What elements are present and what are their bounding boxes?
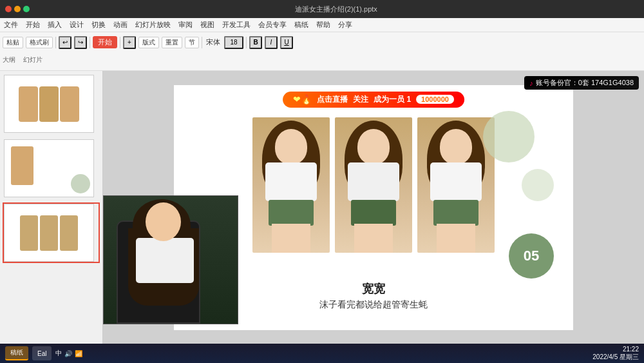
layout-btn[interactable]: 版式 [138, 37, 159, 48]
toolbar-row1: 粘贴 格式刷 ↩ ↪ 开始 + 版式 重置 节 宋体 18 B I U [3, 34, 641, 52]
slides-label: 幻灯片 [23, 55, 43, 64]
thumb7-fig3 [60, 215, 78, 251]
person-2-body [348, 162, 399, 201]
slide-figures [252, 117, 495, 253]
close-button[interactable] [5, 6, 12, 12]
person-1-shorts [269, 200, 314, 226]
menu-help[interactable]: 帮助 [316, 20, 330, 30]
menu-insert[interactable]: 插入 [48, 20, 62, 30]
view-label: 大纲 [3, 55, 15, 64]
webcam-head [146, 202, 181, 241]
menu-review[interactable]: 审阅 [178, 20, 193, 30]
paste-btn[interactable]: 粘贴 [3, 37, 23, 48]
undo-btn[interactable]: ↩ [59, 36, 71, 49]
slide-panel: 5 6 7 [0, 71, 103, 344]
italic-btn[interactable]: I [265, 36, 278, 49]
window-title: 迪派女主播介绍(2)(1).pptx [33, 5, 639, 14]
person-3-face [440, 129, 472, 164]
slide-text-area: 宽宽 沫子看完都说给超管寄生蚝 [270, 281, 477, 311]
slide-circle-number: 05 [509, 233, 554, 279]
slide-thumb-5 [4, 75, 94, 133]
new-slide-btn[interactable]: + [123, 36, 136, 49]
maximize-button[interactable] [23, 6, 30, 12]
person-name: 宽宽 [270, 281, 477, 297]
taskbar-lang: 中 [55, 349, 62, 358]
thumb5-fig1 [19, 86, 38, 122]
person-1-legs [272, 224, 310, 253]
menu-file[interactable]: 文件 [4, 20, 18, 30]
menu-slideshow[interactable]: 幻灯片放映 [135, 20, 171, 30]
thumb7-fig2 [40, 215, 58, 251]
menu-design[interactable]: 设计 [70, 20, 84, 30]
menu-dev[interactable]: 开发工具 [222, 20, 251, 30]
deco-circle-1 [483, 111, 535, 162]
toolbar-row2: 大纲 幻灯片 [3, 52, 641, 70]
title-bar: 迪派女主播介绍(2)(1).pptx [0, 0, 644, 18]
taskbar-volume: 🔊 [64, 350, 72, 357]
taskbar-app-wps[interactable]: 稿纸 [5, 346, 28, 360]
separator3 [120, 37, 120, 48]
banner-heart: ❤🔥 [293, 94, 312, 104]
taskbar-date: 2022/4/5 星期三 [592, 353, 639, 362]
circle-num-text: 05 [524, 248, 539, 264]
slide-item-5[interactable]: 5 [3, 74, 100, 134]
menu-vip[interactable]: 会员专享 [258, 20, 287, 30]
taskbar-network: 📶 [75, 350, 82, 357]
slide-item-7[interactable]: 7 [3, 202, 100, 263]
thumb6-content [5, 140, 93, 197]
separator2 [90, 37, 90, 48]
taskbar-sys-icons: 中 🔊 📶 [55, 349, 82, 358]
taskbar-time-area: 21:22 2022/4/5 星期三 [592, 346, 639, 362]
figure-2-body [335, 117, 412, 253]
thumb5-fig2 [39, 86, 59, 122]
menu-view[interactable]: 视图 [200, 20, 214, 30]
separator5 [246, 37, 247, 48]
person-desc: 沫子看完都说给超管寄生蚝 [270, 299, 477, 311]
taskbar-app-eal-label: Eal [37, 350, 46, 357]
redo-btn[interactable]: ↪ [74, 36, 87, 49]
person-2-face [357, 129, 390, 164]
start-btn[interactable]: 开始 [93, 36, 117, 48]
thumb5-content [5, 75, 93, 132]
taskbar-app-eal[interactable]: Eal [32, 346, 52, 360]
menu-animation[interactable]: 动画 [113, 20, 128, 30]
webcam-overlay: HARINGTON [103, 195, 238, 324]
slide-view: ♪ 账号备份官：0套 174G1G4038 ❤🔥 点击直播 关注 成为一员 1 … [103, 71, 644, 344]
person-3-shorts [433, 200, 478, 226]
tiktok-icon: ♪ [529, 79, 533, 87]
underline-btn[interactable]: U [280, 36, 293, 49]
slide-item-6[interactable]: 6 [3, 138, 100, 199]
menu-bar: 文件 开始 插入 设计 切换 动画 幻灯片放映 审阅 视图 开发工具 会员专享 … [0, 18, 644, 32]
minimize-button[interactable] [14, 6, 21, 12]
slide-banner: ❤🔥 点击直播 关注 成为一员 1 1000000 [283, 92, 464, 108]
person-3-legs [437, 224, 475, 253]
window-controls[interactable] [5, 6, 30, 12]
banner-count: 1000000 [416, 95, 454, 104]
slide-thumb-6 [4, 139, 94, 197]
banner-text1: 点击直播 [317, 94, 348, 105]
tiktok-overlay: ♪ 账号备份官：0套 174G1G4038 [524, 76, 639, 90]
menu-share[interactable]: 分享 [338, 20, 352, 30]
slide-thumb-7 [4, 204, 94, 262]
bold-btn[interactable]: B [249, 36, 262, 49]
taskbar-time: 21:22 [592, 346, 639, 353]
person-1-face [275, 129, 307, 164]
toolbar: 粘贴 格式刷 ↩ ↪ 开始 + 版式 重置 节 宋体 18 B I U 大纲 幻… [0, 32, 644, 71]
figure-1-body [252, 117, 330, 253]
section-btn[interactable]: 节 [185, 37, 199, 48]
person-1-body [265, 162, 317, 201]
separator4 [202, 37, 202, 48]
menu-app[interactable]: 稿纸 [294, 20, 308, 30]
menu-start[interactable]: 开始 [26, 20, 40, 30]
deco-circle-2 [522, 169, 554, 201]
font-family[interactable]: 宋体 [206, 37, 220, 47]
thumb7-content [5, 204, 93, 261]
figure-2 [335, 117, 412, 253]
menu-transition[interactable]: 切换 [91, 20, 106, 30]
person-3-body [430, 162, 482, 201]
person-2-legs [354, 224, 393, 253]
font-size[interactable]: 18 [224, 36, 243, 49]
thumb7-fig1 [20, 215, 38, 251]
reset-btn[interactable]: 重置 [162, 37, 182, 48]
format-btn[interactable]: 格式刷 [26, 37, 53, 48]
